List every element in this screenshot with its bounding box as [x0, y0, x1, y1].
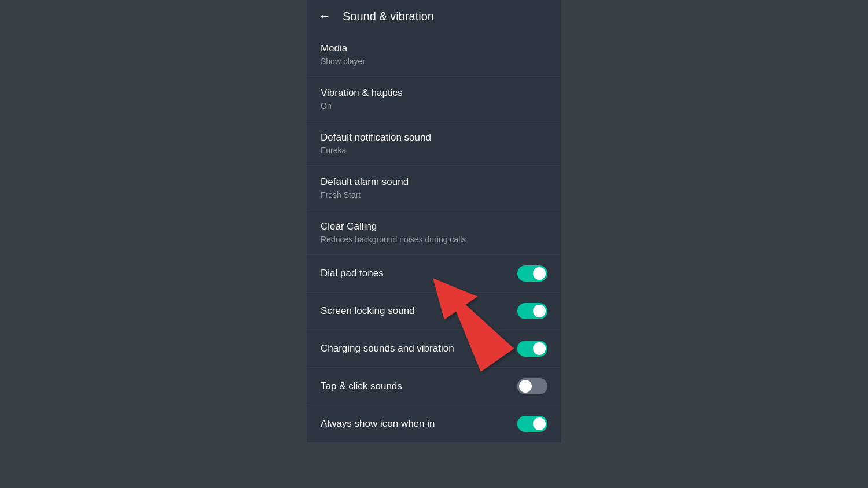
settings-item-alarm-sound[interactable]: Default alarm sound Fresh Start — [307, 166, 561, 210]
tap-click-toggle[interactable] — [517, 378, 547, 394]
charging-sounds-toggle[interactable] — [517, 341, 547, 357]
settings-item-always-show-icon-text: Always show icon when in — [321, 418, 435, 430]
settings-item-tap-click-text: Tap & click sounds — [321, 380, 402, 392]
phone-panel-wrapper: ← Sound & vibration Media Show player Vi… — [307, 0, 561, 488]
screen-locking-toggle[interactable] — [517, 303, 547, 319]
tap-click-toggle-thumb — [519, 380, 532, 393]
settings-item-vibration-text: Vibration & haptics On — [321, 87, 402, 110]
charging-sounds-toggle-thumb — [533, 342, 546, 355]
settings-item-screen-locking-title: Screen locking sound — [321, 305, 415, 317]
settings-item-media[interactable]: Media Show player — [307, 32, 561, 77]
settings-item-clear-calling-subtitle: Reduces background noises during calls — [321, 235, 466, 244]
settings-item-media-subtitle: Show player — [321, 57, 365, 66]
always-show-icon-toggle-thumb — [533, 417, 546, 430]
settings-item-vibration-title: Vibration & haptics — [321, 87, 402, 99]
settings-item-tap-click-title: Tap & click sounds — [321, 380, 402, 392]
settings-item-tap-click[interactable]: Tap & click sounds — [307, 368, 561, 405]
settings-item-media-title: Media — [321, 43, 365, 54]
page-title: Sound & vibration — [343, 10, 434, 23]
settings-item-vibration[interactable]: Vibration & haptics On — [307, 77, 561, 121]
settings-item-notification-sound-title: Default notification sound — [321, 132, 431, 143]
background-left — [0, 0, 307, 488]
settings-item-charging-sounds[interactable]: Charging sounds and vibration — [307, 330, 561, 368]
settings-item-charging-sounds-title: Charging sounds and vibration — [321, 343, 454, 354]
screen-locking-toggle-thumb — [533, 305, 546, 317]
settings-item-always-show-icon[interactable]: Always show icon when in — [307, 405, 561, 443]
settings-item-alarm-sound-title: Default alarm sound — [321, 176, 409, 188]
settings-item-charging-sounds-text: Charging sounds and vibration — [321, 343, 454, 354]
settings-list: Media Show player Vibration & haptics On… — [307, 32, 561, 443]
background-right — [561, 0, 868, 488]
settings-item-dial-pad-title: Dial pad tones — [321, 268, 384, 279]
back-button[interactable]: ← — [318, 9, 331, 24]
settings-item-screen-locking-text: Screen locking sound — [321, 305, 415, 317]
settings-item-dial-pad[interactable]: Dial pad tones — [307, 255, 561, 293]
settings-item-always-show-icon-title: Always show icon when in — [321, 418, 435, 430]
settings-item-notification-sound-text: Default notification sound Eureka — [321, 132, 431, 155]
settings-item-clear-calling-text: Clear Calling Reduces background noises … — [321, 221, 466, 244]
settings-item-alarm-sound-text: Default alarm sound Fresh Start — [321, 176, 409, 199]
dial-pad-tones-toggle[interactable] — [517, 265, 547, 282]
settings-item-notification-sound-subtitle: Eureka — [321, 146, 431, 155]
settings-item-clear-calling[interactable]: Clear Calling Reduces background noises … — [307, 210, 561, 255]
header: ← Sound & vibration — [307, 0, 561, 32]
settings-item-alarm-sound-subtitle: Fresh Start — [321, 190, 409, 199]
settings-item-screen-locking[interactable]: Screen locking sound — [307, 293, 561, 330]
settings-panel: ← Sound & vibration Media Show player Vi… — [307, 0, 561, 443]
always-show-icon-toggle[interactable] — [517, 416, 547, 432]
settings-item-vibration-subtitle: On — [321, 101, 402, 110]
settings-item-clear-calling-title: Clear Calling — [321, 221, 466, 232]
dial-pad-tones-toggle-thumb — [533, 267, 546, 280]
settings-item-notification-sound[interactable]: Default notification sound Eureka — [307, 121, 561, 166]
settings-item-media-text: Media Show player — [321, 43, 365, 66]
settings-item-dial-pad-text: Dial pad tones — [321, 268, 384, 279]
